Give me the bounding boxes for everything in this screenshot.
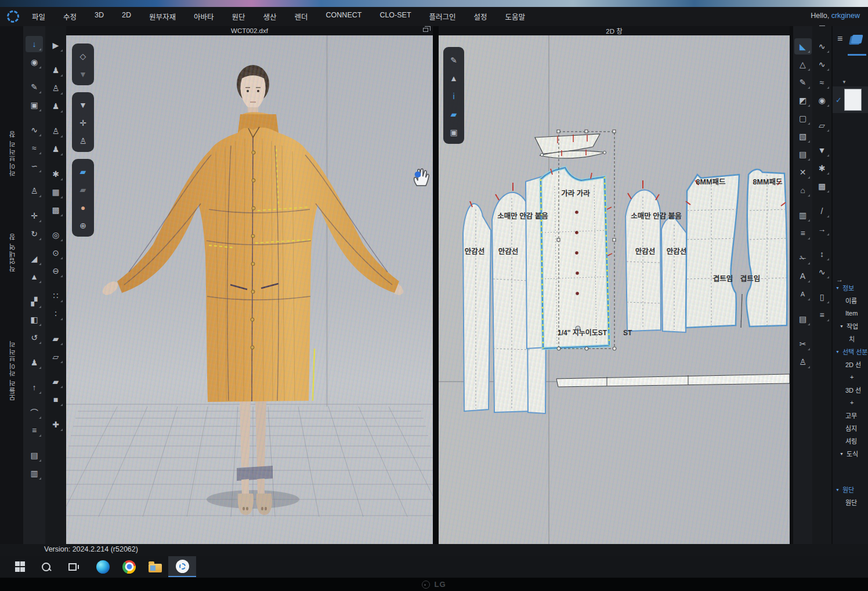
property-row[interactable]: 원단 [833,496,868,509]
drape-tool[interactable]: ◧ [26,311,43,328]
property-row[interactable]: 2D 선 [833,358,868,371]
dock-tab[interactable]: 모듈러 라이브러리 [8,340,17,401]
select-mesh-tool[interactable]: ▣ [26,97,43,113]
sewing-segment-tool[interactable]: ∿ [813,56,831,72]
account-greeting[interactable]: Hello, crkginew [811,12,860,20]
menu-item[interactable]: 원단 [232,11,245,22]
start-button[interactable] [7,556,33,578]
texture-shirt-tool[interactable]: ▦ [47,184,64,200]
property-row[interactable]: 선택 선분 [833,345,868,358]
pose-arm-tool[interactable]: ♟ [47,98,64,114]
intersect-point-tool[interactable]: ✕ [794,164,812,180]
sewing-free-tool[interactable]: ≈ [813,74,831,90]
shirring-h-tool[interactable]: ∿ [813,264,831,280]
avatar-skin-toggle[interactable]: ● [74,200,92,216]
show-3d-objects-toggle[interactable]: ◇ [74,48,92,64]
clone-pattern-tool[interactable]: ▤ [794,146,812,162]
pose-walk-tool[interactable]: ♙ [47,123,64,139]
pattern-avatar-tool[interactable]: ♙ [794,354,812,370]
show-pattern-toggle[interactable]: ▲ [445,70,462,86]
clo-taskbar-icon[interactable] [168,556,196,577]
import-tool[interactable]: ↓ [26,36,43,52]
viewport-3d[interactable]: ◇▼ ▼✛♙ ▰▰●⊕ [66,35,433,544]
menu-item[interactable]: 생산 [263,11,277,22]
property-row[interactable]: + [833,396,868,409]
pin-display-toggle[interactable]: ✛ [74,115,92,131]
menu-item[interactable]: 아바타 [194,11,214,22]
world-gizmo-toggle[interactable]: ⊕ [74,217,92,234]
fabric-texture-toggle[interactable]: ▰ [445,106,462,122]
sewing-edit-tool[interactable]: ∽ [26,158,43,174]
menu-item[interactable]: 원부자재 [149,11,176,22]
texture-check-tool[interactable]: ▩ [47,202,64,218]
buttonhole-tool[interactable]: ⊖ [47,263,64,279]
show-clothes-toggle[interactable]: ▼ [74,97,92,113]
fabric-tab[interactable] [851,35,863,43]
menu-item[interactable]: 2D [122,11,131,22]
menu-item[interactable]: 도움말 [505,11,526,22]
property-row[interactable]: 도식 [833,447,868,460]
garment-coat[interactable] [117,113,399,403]
spray-fabric-tool[interactable]: ✱ [47,166,64,182]
select-move-tool[interactable]: ◉ [26,54,43,70]
button-select-tool[interactable]: ◎ [47,227,64,243]
pen-line-tool[interactable]: ✎ [445,52,462,68]
layout-marks-tool[interactable]: ▤ [794,311,812,327]
menu-item[interactable]: 렌더 [295,11,308,22]
measure-tape-tool[interactable]: ≡ [26,422,43,438]
property-row[interactable]: 셔링 [833,434,868,447]
fabric-roll-edit-tool[interactable]: ▰ [47,374,64,390]
chrome-taskbar-icon[interactable] [116,556,142,578]
fabric-swatch-tool[interactable]: ■ [47,391,64,408]
menu-item[interactable]: CONNECT [326,11,362,22]
menu-item[interactable]: 3D [95,11,104,22]
polygon-pattern-tool[interactable]: ⌂ [794,182,812,198]
fabric-roll-tool[interactable]: ▱ [47,349,64,365]
property-row[interactable] [833,460,868,483]
baseline-tool[interactable]: / [813,203,831,219]
property-row[interactable]: 작업 [833,320,868,332]
menu-item[interactable]: 수정 [63,11,77,22]
drape-reset-tool[interactable]: ↺ [26,329,43,346]
pin-tool[interactable]: ✛ [26,208,43,224]
garment-measure-tool[interactable]: ▤ [26,447,43,463]
fold-arrangement-tool[interactable]: ◢ [26,251,43,267]
trace-pattern-tool[interactable]: ▥ [794,207,812,223]
task-view-button[interactable] [59,556,85,578]
fabric-swatch[interactable] [844,89,862,111]
zipper-select-tool[interactable]: ∷ [47,288,64,304]
iron-press-tool[interactable]: ▱ [813,117,831,133]
print-layout-tool[interactable]: ▯ [813,289,831,305]
property-row[interactable]: 3D 선 [833,383,868,396]
pose-turn-tool[interactable]: ♟ [47,141,64,157]
property-row[interactable]: 원단 [833,483,868,496]
shirring-v-tool[interactable]: ↕ [813,246,831,262]
property-row[interactable]: 고무 [833,409,868,422]
dock-tab[interactable]: 라이브러리 창 [8,130,17,176]
property-row[interactable]: 심지 [833,422,868,434]
pattern-pieces[interactable] [463,134,790,414]
texture-pattern-tool[interactable]: ▩ [813,178,831,194]
simulate-tool[interactable]: ▶ [47,37,64,53]
seam-allowance-tool[interactable]: ✁ [794,250,812,266]
edit-pattern-tool[interactable]: △ [794,56,812,72]
dock-tab[interactable]: 작업내역 창 [8,233,17,272]
fabric-swatch-row[interactable]: ✓ [833,86,868,113]
popout-window-icon[interactable] [423,28,428,32]
glove-fit-tool[interactable]: ✚ [47,416,64,433]
notch-tool[interactable]: ≡ [794,225,812,241]
file-explorer-taskbar-icon[interactable] [142,556,168,578]
move-dashed-tool[interactable]: → [813,221,831,237]
menu-item[interactable]: 파일 [32,11,45,22]
edge-taskbar-icon[interactable] [90,556,116,578]
property-row[interactable]: 정보 [833,281,868,294]
lift-fabric-tool[interactable]: ↑ [26,379,43,396]
flatten-curve-tool[interactable]: ⌒ [26,404,43,420]
fabric-back-toggle[interactable]: ▰ [74,182,92,198]
window3d-header[interactable]: WCT002.dxf [66,26,433,35]
viewport-2d[interactable]: 소매만 안감 붙음 안감선 안감선 가라 가라 소매만 안감 붙음 안감선 안감… [439,35,790,544]
sewing-select-tool[interactable]: ∿ [813,38,831,55]
pin-rotate-tool[interactable]: ↻ [26,226,43,242]
property-row[interactable]: Item [833,307,868,320]
edit-point-tool[interactable]: ✎ [794,74,812,90]
